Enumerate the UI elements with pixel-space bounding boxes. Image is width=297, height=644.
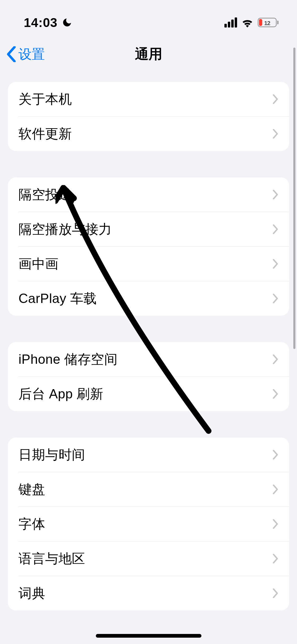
row-label: 画中画 (18, 255, 59, 273)
chevron-left-icon (6, 46, 16, 62)
row-airplay-handoff[interactable]: 隔空播放与接力 (8, 212, 289, 246)
back-label: 设置 (18, 45, 45, 63)
chevron-right-icon (273, 190, 279, 199)
row-label: 隔空播放与接力 (18, 220, 112, 238)
chevron-right-icon (273, 129, 279, 139)
status-bar: 14:03 12 (0, 0, 297, 37)
row-language-region[interactable]: 语言与地区 (8, 541, 289, 576)
row-label: 隔空投送 (18, 186, 72, 204)
row-label: 字体 (18, 515, 45, 533)
status-right: 12 (224, 17, 279, 27)
row-label: CarPlay 车载 (18, 290, 97, 307)
chevron-right-icon (273, 519, 279, 529)
row-label: 后台 App 刷新 (18, 385, 103, 403)
home-indicator[interactable] (96, 634, 201, 638)
status-left: 14:03 (24, 15, 72, 30)
chevron-right-icon (273, 294, 279, 303)
page-title: 通用 (135, 45, 162, 63)
battery-percent: 12 (258, 19, 276, 27)
row-carplay[interactable]: CarPlay 车载 (8, 281, 289, 316)
chevron-right-icon (273, 389, 279, 399)
battery-icon: 12 (258, 18, 279, 27)
row-dictionary[interactable]: 词典 (8, 576, 289, 610)
status-time: 14:03 (24, 15, 58, 30)
chevron-right-icon (273, 94, 279, 104)
row-picture-in-picture[interactable]: 画中画 (8, 247, 289, 281)
chevron-right-icon (273, 450, 279, 459)
row-label: 语言与地区 (18, 550, 85, 568)
do-not-disturb-icon (62, 17, 72, 28)
row-date-time[interactable]: 日期与时间 (8, 438, 289, 472)
settings-group: 关于本机 软件更新 (8, 82, 289, 151)
row-airdrop[interactable]: 隔空投送 (8, 177, 289, 212)
settings-group: 隔空投送 隔空播放与接力 画中画 CarPlay 车载 (8, 177, 289, 316)
settings-group: 日期与时间 键盘 字体 语言与地区 词典 (8, 438, 289, 610)
settings-group: iPhone 储存空间 后台 App 刷新 (8, 342, 289, 411)
row-label: iPhone 储存空间 (18, 351, 117, 368)
chevron-right-icon (273, 485, 279, 494)
nav-header: 设置 通用 (0, 37, 297, 71)
row-software-update[interactable]: 软件更新 (8, 117, 289, 151)
row-label: 键盘 (18, 481, 45, 498)
row-label: 日期与时间 (18, 446, 85, 464)
chevron-right-icon (273, 355, 279, 364)
row-label: 词典 (18, 585, 45, 602)
row-iphone-storage[interactable]: iPhone 储存空间 (8, 342, 289, 376)
row-label: 关于本机 (18, 90, 72, 108)
row-about[interactable]: 关于本机 (8, 82, 289, 116)
row-keyboard[interactable]: 键盘 (8, 472, 289, 507)
content: 关于本机 软件更新 隔空投送 隔空播放与接力 画中画 CarPlay 车载 (0, 71, 297, 610)
row-label: 软件更新 (18, 125, 72, 143)
chevron-right-icon (273, 588, 279, 598)
row-fonts[interactable]: 字体 (8, 507, 289, 541)
wifi-icon (241, 17, 253, 27)
row-background-app-refresh[interactable]: 后台 App 刷新 (8, 377, 289, 411)
cellular-signal-icon (224, 17, 237, 27)
back-button[interactable]: 设置 (6, 45, 45, 63)
chevron-right-icon (273, 554, 279, 563)
chevron-right-icon (273, 224, 279, 234)
scrollbar[interactable] (293, 48, 295, 349)
chevron-right-icon (273, 259, 279, 269)
